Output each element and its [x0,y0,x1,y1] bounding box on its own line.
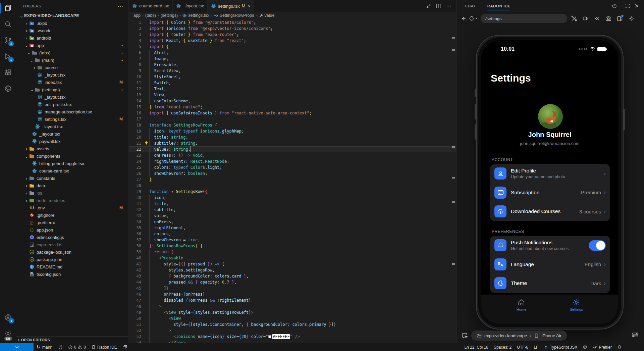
tree-item-expo-env.d.ts[interactable]: TSexpo-env.d.ts [16,241,128,248]
tree-item-android[interactable]: ›android [16,34,128,42]
tree-item-ios[interactable]: ›ios [16,189,128,197]
phone-tab-settings[interactable]: Settings [570,298,583,324]
tree-item-paywall.tsx[interactable]: paywall.tsx [16,138,128,145]
activity-source-control[interactable]: 3 [0,32,16,48]
device-selector[interactable]: expo-video-landscape›iPhone Air [471,331,567,341]
url-input[interactable]: /settings [481,14,567,23]
tree-item-constants[interactable]: ›constants [16,174,128,182]
open-changes-icon[interactable] [426,3,431,9]
overview-ruler[interactable] [452,19,455,343]
toggle-on[interactable] [589,240,606,251]
settings-row-edit-profile[interactable]: Edit ProfileUpdate your name and photo› [490,164,610,183]
panel-tab-chat[interactable]: CHAT [465,0,476,12]
tree-item-data[interactable]: ›data [16,182,128,189]
device-settings-button[interactable] [632,332,639,340]
activity-run-debug[interactable]: 1 [0,48,16,64]
tree-item-.expo[interactable]: ›.expo [16,19,128,27]
tree-item-settings.tsx[interactable]: settings.tsxM [16,115,128,123]
tree-item-assets[interactable]: ›assets [16,145,128,152]
tree-item-_layout.tsx[interactable]: _layout.tsx [16,123,128,130]
tree-item-EXPO-VIDEO-LANDSCAPE[interactable]: ⌄EXPO-VIDEO-LANDSCAPE [16,12,128,19]
settings-row-downloaded-courses[interactable]: Downloaded Courses3 courses› [490,202,610,221]
close-icon[interactable]: × [248,4,251,9]
activity-github[interactable] [0,81,16,97]
inspect-icon[interactable] [462,333,468,339]
panel-tab-radon-ide[interactable]: RADON IDE [487,0,511,12]
status-language-mode[interactable]: {}TypeScript JSX [541,343,580,351]
tree-item-app[interactable]: ⌄app● [16,42,128,49]
breadcrumb-settings.tsx[interactable]: settings.tsx [182,13,209,18]
breadcrumb-(settings)[interactable]: (settings) [161,13,178,18]
tree-item-.prettierrc[interactable]: .prettierrc [16,219,128,226]
activity-manage[interactable]: DE [0,325,16,342]
phone-tab-home[interactable]: Home [517,298,526,324]
lightbulb-icon[interactable] [144,141,149,145]
status-notifications[interactable] [614,343,625,351]
tree-item-node_modules[interactable]: ›node_modules [16,197,128,204]
tree-item-_layout.tsx[interactable]: _layout.tsx [16,71,128,79]
reload-button[interactable] [469,16,478,21]
tree-item-_layout.tsx[interactable]: _layout.tsx [16,93,128,101]
open-editors-section[interactable]: › OPEN EDITORS [16,336,128,343]
breadcrumb-value[interactable]: value [259,13,275,18]
tree-item-_layout.tsx[interactable]: _layout.tsx [16,130,128,138]
activity-extensions[interactable] [0,64,16,81]
devices-button[interactable] [615,14,624,23]
status-github[interactable] [580,343,590,351]
status-cursor-position[interactable]: Ln 22, Col 18 [462,343,491,351]
tree-item-main[interactable]: ⌄(main)● [16,56,128,64]
split-editor-icon[interactable] [436,3,441,9]
breadcrumb-(tabs)[interactable]: (tabs) [145,13,156,18]
tree-item-app.json[interactable]: {}app.json [16,226,128,234]
breadcrumb-SettingsRowProps[interactable]: SettingsRowProps [214,13,254,18]
back-icon[interactable] [461,16,466,21]
status-open-window[interactable] [120,343,130,351]
tab-_layout.tsx[interactable]: _layout.tsx [173,0,208,12]
gear-button[interactable] [627,14,636,23]
tree-item-components[interactable]: ⌄components [16,152,128,160]
tab-settings.tsx[interactable]: settings.tsxM× [208,0,254,12]
settings-row-subscription[interactable]: SubscriptionPremium› [490,183,610,202]
tree-item-package-lock.json[interactable]: JSpackage-lock.json [16,248,128,256]
camera-button[interactable] [604,14,613,23]
status-eol[interactable]: LF [531,343,541,351]
tree-item-tabs[interactable]: ⌄(tabs)● [16,49,128,56]
tree-item-edit-profile.tsx[interactable]: edit-profile.tsx [16,101,128,108]
status-git-branch[interactable]: main* [34,343,55,351]
close-panel-icon[interactable] [634,3,639,8]
tree-item-course-card.tsx[interactable]: course-card.tsx [16,167,128,174]
tree-item-index.tsx[interactable]: index.tsxM [16,79,128,86]
status-problems[interactable]: 00 [65,343,89,351]
tree-item-billing-period-toggle.tsx[interactable]: billing-period-toggle.tsx [16,160,128,167]
settings-row-push-notifications[interactable]: Push NotificationsGet notified about new… [490,236,610,255]
status-sync[interactable] [55,343,65,351]
video-button[interactable] [581,14,590,23]
activity-accounts[interactable]: 1 [0,309,16,325]
status-prettier[interactable]: Prettier [590,343,614,351]
status-encoding[interactable]: UTF-8 [514,343,531,351]
settings-row-language[interactable]: LanguageEnglish› [490,255,610,274]
tree-item-.env[interactable]: .envM [16,204,128,211]
power-icon[interactable] [612,3,617,8]
status-radon-ide[interactable]: Radon IDE [89,343,120,351]
more-actions-icon[interactable]: ··· [118,3,123,9]
tree-item-eslint.config.js[interactable]: eslint.config.js [16,234,128,241]
tree-item-README.md[interactable]: README.md [16,263,128,270]
status-indentation[interactable]: Spaces: 2 [491,343,514,351]
rewind-button[interactable] [593,14,601,23]
tree-item-.vscode[interactable]: ›.vscode [16,27,128,34]
code-editor[interactable]: 1import { Colors } from "@/constants/Col… [129,19,456,343]
more-actions-icon[interactable] [446,3,451,9]
remote-indicator[interactable]: >< [0,343,34,351]
tools-button[interactable] [570,14,579,23]
tab-course-card.tsx[interactable]: course-card.tsx [129,0,173,12]
activity-search[interactable] [0,16,16,32]
tree-item-manage-subscription.tsx[interactable]: manage-subscription.tsx [16,108,128,115]
tree-item-settings[interactable]: ⌄(settings)● [16,86,128,93]
tree-item-package.json[interactable]: JSpackage.json [16,256,128,263]
activity-explorer[interactable] [0,0,16,16]
tree-item-tsconfig.json[interactable]: TStsconfig.json [16,270,128,278]
settings-row-theme[interactable]: ThemeDark› [490,274,610,293]
avatar[interactable] [538,104,563,129]
tree-item-.gitignore[interactable]: .gitignore [16,211,128,219]
